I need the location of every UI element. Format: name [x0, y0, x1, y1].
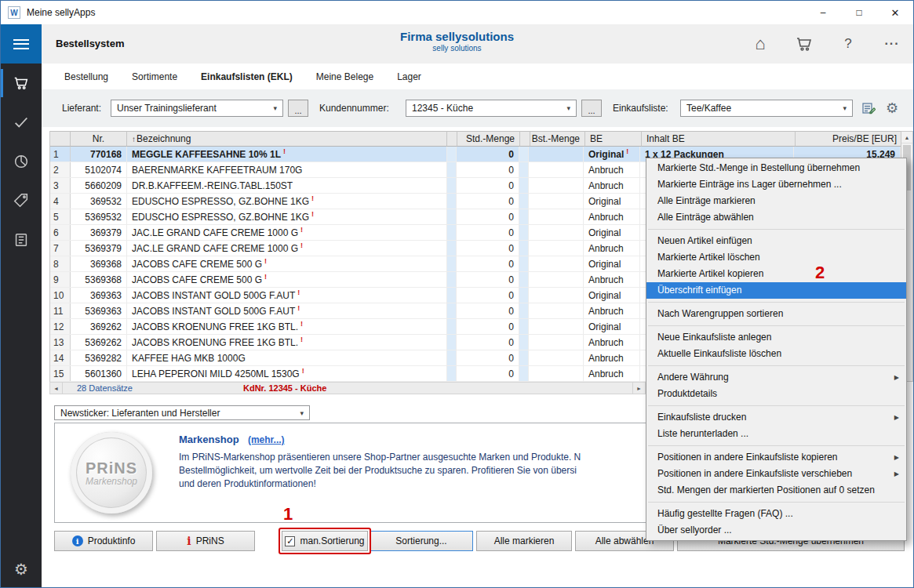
cell-indicator	[519, 147, 529, 162]
lieferant-browse-button[interactable]: ...	[288, 100, 308, 117]
sortierung-button[interactable]: Sortierung...	[370, 531, 473, 551]
kundennummer-browse-button[interactable]: ...	[581, 100, 602, 117]
newsticker-value: Newsticker: Lieferanten und Hersteller	[60, 408, 220, 419]
cell-bezeichnung: KAFFEE HAG MKB 1000G	[127, 350, 447, 365]
hamburger-menu-button[interactable]	[1, 24, 42, 64]
annotation-step-2: 2	[815, 263, 825, 283]
newsticker-select[interactable]: Newsticker: Lieferanten und Hersteller ▾	[54, 405, 310, 420]
cart-icon[interactable]	[794, 32, 814, 56]
edit-list-icon[interactable]	[859, 99, 878, 118]
cell-indicator	[447, 147, 457, 162]
sidebar-item-prices[interactable]	[1, 181, 42, 220]
menu-item-ekl-loeschen[interactable]: Aktuelle Einkaufsliste löschen	[646, 346, 906, 362]
alert-flag-icon: !	[300, 241, 303, 249]
sidebar-item-checklist[interactable]	[1, 103, 42, 142]
table-header: Nr.↑BezeichnungStd.-MengeBst.-MengeBEInh…	[50, 131, 912, 147]
cell-bst-menge	[529, 272, 584, 287]
tab-sortimente[interactable]: Sortimente	[120, 71, 189, 82]
cell-be: Original	[584, 288, 640, 303]
header-indicator[interactable]	[520, 131, 530, 147]
scroll-up-icon[interactable]: ▲	[901, 132, 912, 143]
cell-indicator	[447, 162, 457, 177]
home-icon[interactable]: ⌂	[750, 32, 770, 56]
tab-meine-belege[interactable]: Meine Belege	[304, 71, 385, 82]
tab-lager[interactable]: Lager	[385, 71, 433, 82]
produktinfo-button[interactable]: i Produktinfo	[54, 531, 153, 551]
menu-item-std-menge-bestellung[interactable]: Markierte Std.-Menge in Bestellung übern…	[646, 160, 906, 176]
chevron-down-icon: ▾	[268, 104, 277, 112]
chevron-down-icon: ▾	[838, 104, 847, 112]
menu-item-liste-herunterladen[interactable]: Liste herunterladen ...	[646, 426, 906, 442]
help-icon[interactable]: ?	[838, 32, 858, 56]
menu-item-eintraege-lager[interactable]: Markierte Einträge ins Lager übernehmen …	[646, 176, 906, 193]
settings-gear-icon[interactable]: ⚙	[1, 556, 42, 583]
cell-bezeichnung: JAC.LE GRAND CAFE CREME 1000 G!	[127, 225, 447, 240]
header-indicator[interactable]	[447, 131, 457, 147]
menu-item-pos-kopieren[interactable]: Positionen in andere Einkaufsliste kopie…	[646, 449, 906, 466]
cell-std-menge: 0	[457, 350, 519, 365]
menu-item-pos-verschieben[interactable]: Positionen in andere Einkaufsliste versc…	[646, 466, 906, 482]
pie-chart-icon	[13, 153, 30, 170]
tab-bestellung[interactable]: Bestellung	[53, 71, 120, 82]
sidebar-item-statistics[interactable]	[1, 142, 42, 181]
cell-std-menge: 0	[457, 366, 519, 381]
header-bezeichnung[interactable]: ↑Bezeichnung	[127, 131, 447, 147]
menu-item-produktdetails[interactable]: Produktdetails	[646, 386, 906, 402]
cell-indicator	[447, 241, 457, 256]
minimize-button[interactable]: –	[805, 1, 841, 24]
menu-item-std-mengen-null[interactable]: Std. Mengen der markierten Positionen au…	[646, 482, 906, 499]
menu-item-ueberschrift-einfuegen[interactable]: Überschrift einfügen	[646, 282, 906, 299]
cell-indicator	[447, 225, 457, 240]
header-nr[interactable]: Nr.	[71, 131, 127, 147]
kundennummer-select[interactable]: 12345 - Küche ▾	[406, 100, 577, 117]
sidebar-item-cart[interactable]	[1, 64, 42, 103]
menu-item-andere-waehrung[interactable]: Andere Währung▶	[646, 369, 906, 386]
cell-bezeichnung: JACOBS KROENUNG FREE 1KG BTL.!	[127, 335, 447, 350]
header-std-menge[interactable]: Std.-Menge	[457, 131, 520, 147]
news-more-link[interactable]: (mehr...)	[248, 434, 285, 445]
cell-indicator	[447, 303, 457, 318]
cell-std-menge: 0	[457, 241, 519, 256]
alert-flag-icon: !	[626, 147, 628, 155]
cell-nr: 5369363	[71, 303, 127, 318]
menu-item-warengruppen-sortieren[interactable]: Nach Warengruppen sortieren	[646, 306, 906, 322]
menu-item-alle-eintraege-markieren[interactable]: Alle Einträge markieren	[646, 193, 906, 209]
menu-item-artikel-kopieren[interactable]: Markierte Artikel kopieren	[646, 266, 906, 282]
submenu-arrow-icon: ▶	[894, 409, 899, 426]
menu-item-ekl-anlegen[interactable]: Neue Einkaufsliste anlegen	[646, 329, 906, 346]
menu-item-alle-eintraege-abwaehlen[interactable]: Alle Einträge abwählen	[646, 209, 906, 226]
header-bst-menge[interactable]: Bst.-Menge	[530, 131, 585, 147]
prins-button[interactable]: i PRiNS	[156, 531, 255, 551]
menu-item-ekl-drucken[interactable]: Einkaufsliste drucken▶	[646, 409, 906, 426]
menu-item-faq[interactable]: Häufig gestellte Fragen (FAQ) ...	[646, 506, 906, 522]
einkaufsliste-select[interactable]: Tee/Kaffee ▾	[680, 100, 853, 117]
close-button[interactable]: ✕	[877, 1, 913, 24]
menu-item-artikel-loeschen[interactable]: Markierte Artikel löschen	[646, 249, 906, 266]
lieferant-select[interactable]: Unser Trainingslieferant ▾	[111, 100, 283, 117]
scroll-left-icon[interactable]: ◄	[50, 383, 63, 394]
more-options-icon[interactable]: ···	[882, 32, 902, 56]
header-preis-be[interactable]: Preis/BE [EUR]	[796, 131, 902, 147]
row-number: 14	[50, 350, 71, 365]
chevron-down-icon: ▾	[562, 104, 570, 112]
tab-einkaufslisten[interactable]: Einkaufslisten (EKL)	[189, 71, 304, 82]
alle-markieren-button[interactable]: Alle markieren	[476, 531, 572, 551]
menu-item-ueber-sellyorder[interactable]: Über sellyorder ...	[646, 522, 906, 539]
cell-indicator	[519, 350, 529, 365]
header-rownum[interactable]	[50, 131, 71, 147]
cell-bezeichnung: LEHA PEPERONI MILD 4250ML 1530G!	[127, 366, 447, 381]
list-settings-gear-icon[interactable]: ⚙	[883, 99, 901, 118]
maximize-button[interactable]: □	[841, 1, 877, 24]
cell-nr: 369379	[71, 225, 127, 240]
cell-bezeichnung: JACOBS CAFE CREME 500 G!	[127, 256, 447, 271]
scroll-right-icon[interactable]: ►	[632, 383, 645, 394]
row-number: 6	[50, 225, 71, 240]
cell-indicator	[519, 335, 529, 350]
header-be[interactable]: BE	[585, 131, 642, 147]
module-title: Bestellsystem	[56, 38, 124, 49]
header-inhalt-be[interactable]: Inhalt BE	[642, 131, 796, 147]
sidebar-item-catalog[interactable]	[1, 220, 42, 260]
app-logo-icon: W	[8, 6, 20, 19]
cell-indicator	[447, 194, 457, 209]
menu-item-artikel-einfuegen[interactable]: Neuen Artikel einfügen	[646, 233, 906, 249]
